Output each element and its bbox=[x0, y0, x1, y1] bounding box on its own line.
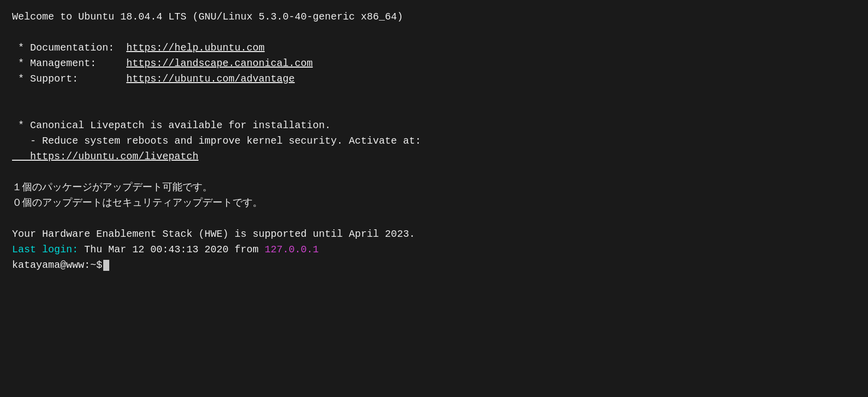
livepatch-url[interactable]: https://ubuntu.com/livepatch bbox=[12, 151, 198, 162]
livepatch-line2: - Reduce system reboots and improve kern… bbox=[12, 133, 856, 149]
update-line1: １個のパッケージがアップデート可能です。 bbox=[12, 180, 856, 195]
update-line2: ０個のアップデートはセキュリティアップデートです。 bbox=[12, 195, 856, 211]
hwe-line: Your Hardware Enablement Stack (HWE) is … bbox=[12, 226, 856, 242]
terminal-window: Welcome to Ubuntu 18.04.4 LTS (GNU/Linux… bbox=[12, 9, 856, 273]
last-login-text: Thu Mar 12 00:43:13 2020 from bbox=[84, 244, 265, 255]
welcome-line: Welcome to Ubuntu 18.04.4 LTS (GNU/Linux… bbox=[12, 9, 856, 25]
mgmt-label: * Management: bbox=[12, 58, 126, 69]
support-label: * Support: bbox=[12, 73, 126, 85]
livepatch-line1: * Canonical Livepatch is available for i… bbox=[12, 118, 856, 133]
mgmt-line: * Management: https://landscape.canonica… bbox=[12, 56, 856, 71]
doc-line: * Documentation: https://help.ubuntu.com bbox=[12, 40, 856, 56]
blank-line-4 bbox=[12, 164, 856, 180]
last-login-prefix: Last login: bbox=[12, 244, 84, 255]
doc-url[interactable]: https://help.ubuntu.com bbox=[126, 42, 265, 54]
blank-line-3 bbox=[12, 102, 856, 118]
last-login-ip: 127.0.0.1 bbox=[265, 244, 319, 255]
blank-line-2 bbox=[12, 87, 856, 102]
cursor bbox=[103, 260, 109, 271]
mgmt-url[interactable]: https://landscape.canonical.com bbox=[126, 58, 313, 69]
last-login-line: Last login: Thu Mar 12 00:43:13 2020 fro… bbox=[12, 242, 856, 257]
prompt-text: katayama@www:~$ bbox=[12, 257, 102, 273]
blank-line-1 bbox=[12, 25, 856, 40]
support-line: * Support: https://ubuntu.com/advantage bbox=[12, 71, 856, 87]
doc-label: * Documentation: bbox=[12, 42, 126, 54]
support-url[interactable]: https://ubuntu.com/advantage bbox=[126, 73, 295, 85]
prompt-line: katayama@www:~$ bbox=[12, 257, 856, 273]
livepatch-url-line: https://ubuntu.com/livepatch bbox=[12, 149, 856, 164]
blank-line-5 bbox=[12, 211, 856, 226]
